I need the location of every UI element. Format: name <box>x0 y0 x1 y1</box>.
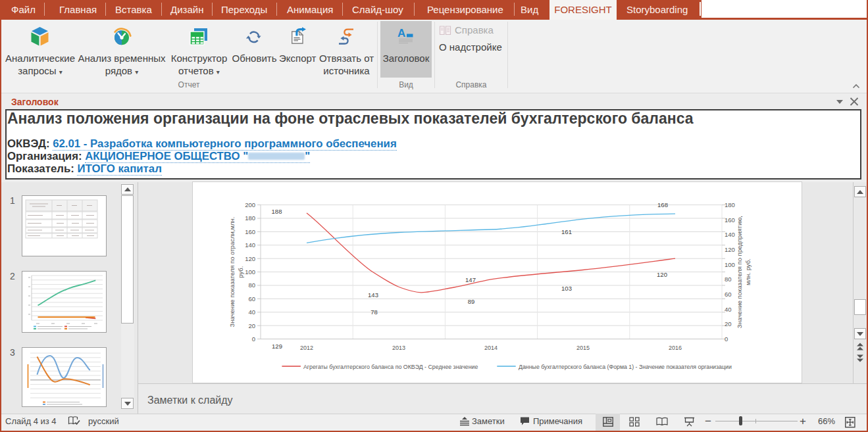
svg-text:60: 60 <box>725 291 732 298</box>
svg-text:80: 80 <box>248 281 255 289</box>
svg-text:2016: 2016 <box>669 345 682 351</box>
svg-text:40: 40 <box>248 308 255 316</box>
svg-text:180: 180 <box>725 201 735 208</box>
svg-text:140: 140 <box>725 231 735 238</box>
svg-text:2012: 2012 <box>300 345 313 351</box>
svg-text:120: 120 <box>725 246 735 253</box>
svg-text:103: 103 <box>561 285 572 292</box>
svg-text:168: 168 <box>657 201 668 208</box>
svg-text:161: 161 <box>561 228 572 235</box>
svg-text:140: 140 <box>245 241 255 249</box>
svg-text:188: 188 <box>272 208 282 215</box>
svg-text:А: А <box>397 28 405 39</box>
svg-text:180: 180 <box>245 214 255 222</box>
svg-text:40: 40 <box>725 306 732 313</box>
svg-text:89: 89 <box>468 298 475 305</box>
svg-text:78: 78 <box>370 308 378 316</box>
svg-text:160: 160 <box>725 216 735 224</box>
svg-text:20: 20 <box>725 320 732 327</box>
svg-text:60: 60 <box>248 295 255 302</box>
svg-text:Данные бухгалтерского баланса: Данные бухгалтерского баланса (Форма 1) … <box>519 364 732 370</box>
svg-text:Агрегаты бухгалтерского баланс: Агрегаты бухгалтерского баланса по ОКВЭД… <box>303 364 478 370</box>
svg-text:100: 100 <box>245 268 255 276</box>
svg-text:160: 160 <box>245 228 255 235</box>
svg-text:млн. руб.: млн. руб. <box>744 258 752 285</box>
svg-text:129: 129 <box>272 343 282 350</box>
svg-text:0: 0 <box>725 335 728 343</box>
svg-text:20: 20 <box>248 322 255 329</box>
svg-text:2014: 2014 <box>484 345 498 351</box>
svg-text:Значение показателя по отрасли: Значение показателя по отрасли,млн. <box>228 217 236 327</box>
svg-text:143: 143 <box>368 291 378 299</box>
svg-text:руб.: руб. <box>237 266 244 278</box>
svg-text:0: 0 <box>252 335 255 343</box>
svg-text:2013: 2013 <box>392 345 405 351</box>
svg-text:200: 200 <box>245 201 255 208</box>
svg-text:Значение показателя по предпри: Значение показателя по предприятию, <box>736 216 743 328</box>
svg-text:100: 100 <box>725 261 735 268</box>
svg-text:147: 147 <box>465 276 476 283</box>
svg-text:2015: 2015 <box>576 345 590 351</box>
svg-text:80: 80 <box>725 276 732 283</box>
svg-text:120: 120 <box>245 255 255 262</box>
svg-text:120: 120 <box>657 271 667 278</box>
